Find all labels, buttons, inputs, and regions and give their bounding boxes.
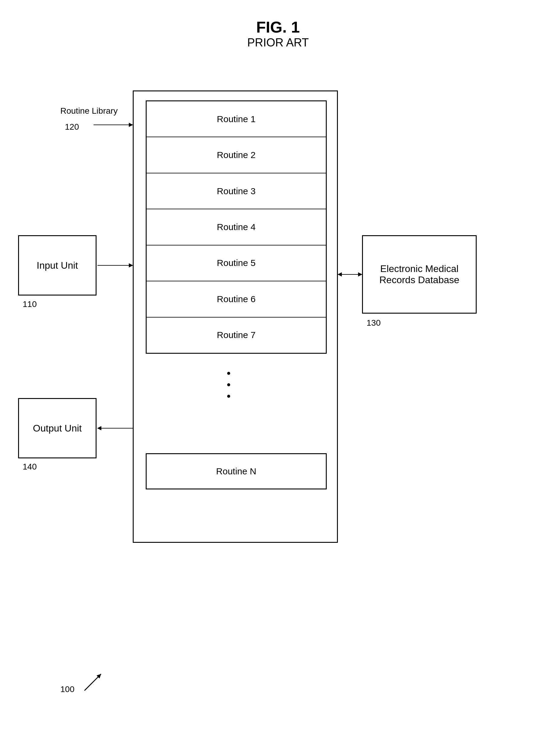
ref-130: 130: [367, 318, 381, 328]
emr-database-box: Electronic Medical Records Database: [362, 235, 477, 314]
fig-subtitle: PRIOR ART: [0, 36, 556, 49]
routine-item-6: Routine 6: [147, 281, 326, 317]
dot-1: [227, 372, 230, 375]
input-unit-box: Input Unit: [18, 235, 97, 295]
page-title-block: FIG. 1 PRIOR ART: [0, 0, 556, 49]
ref-120: 120: [65, 122, 79, 132]
routine-item-3: Routine 3: [147, 173, 326, 209]
diagram: Routine Library 120 Routine 1 Routine 2 …: [0, 66, 556, 756]
routine-item-1: Routine 1: [147, 101, 326, 137]
outer-system-box: Routine 1 Routine 2 Routine 3 Routine 4 …: [133, 91, 338, 543]
routine-item-5: Routine 5: [147, 246, 326, 281]
routine-list-box: Routine 1 Routine 2 Routine 3 Routine 4 …: [146, 100, 327, 354]
arrow-100-icon: [81, 670, 106, 693]
ref-140: 140: [23, 462, 37, 472]
arrow-input-icon: [98, 265, 133, 266]
dot-3: [227, 395, 230, 398]
routine-item-4: Routine 4: [147, 209, 326, 245]
ellipsis-dots: [227, 372, 230, 398]
dot-2: [227, 383, 230, 386]
output-unit-box: Output Unit: [18, 398, 97, 458]
routine-item-2: Routine 2: [147, 137, 326, 173]
routine-library-label: Routine Library: [60, 106, 118, 116]
arrow-emr-icon: [338, 274, 362, 275]
arrow-output-icon: [98, 428, 133, 429]
routine-item-7: Routine 7: [147, 318, 326, 353]
fig-title: FIG. 1: [0, 18, 556, 36]
routine-n-box: Routine N: [146, 453, 327, 490]
ref-110: 110: [23, 299, 37, 309]
arrow-library-icon: [94, 124, 133, 125]
ref-100: 100: [60, 685, 74, 694]
